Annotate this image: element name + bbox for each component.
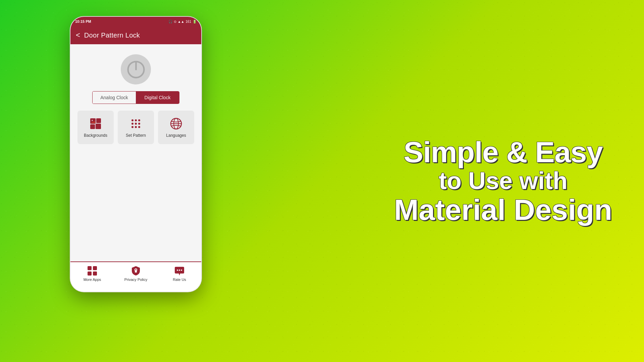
svg-rect-6 [96, 124, 101, 129]
svg-point-15 [138, 123, 140, 125]
backgrounds-label: Backgrounds [84, 133, 107, 138]
svg-point-18 [138, 126, 140, 128]
power-icon-container[interactable] [121, 54, 151, 84]
menu-grid: Backgrounds [76, 111, 196, 144]
svg-point-14 [135, 123, 137, 125]
rate-us-label: Rate Us [173, 278, 186, 282]
set-pattern-button[interactable]: Set Pattern [118, 111, 154, 144]
app-header: < Door Pattern Lock [70, 26, 201, 44]
svg-point-17 [135, 126, 137, 128]
svg-point-13 [131, 123, 133, 125]
svg-point-32 [181, 269, 182, 271]
languages-icon [169, 117, 183, 130]
tagline-section: Simple & Easy to Use with Material Desig… [389, 137, 617, 225]
svg-point-16 [131, 126, 133, 128]
languages-label: Languages [166, 133, 186, 138]
app-body: Analog Clock Digital Clock [70, 44, 201, 261]
more-apps-label: More Apps [84, 278, 101, 282]
status-icons: 🎧 ⊙ ▲▲ 161 🔋 [168, 20, 197, 23]
clock-toggle: Analog Clock Digital Clock [92, 91, 179, 104]
phone-frame: 10:15 PM 🎧 ⊙ ▲▲ 161 🔋 < Door Pattern Loc… [70, 17, 201, 292]
status-time: 10:15 PM [75, 19, 91, 23]
svg-point-30 [177, 269, 178, 271]
backgrounds-icon [89, 117, 102, 130]
app-title: Door Pattern Lock [84, 32, 140, 39]
tagline-line1: Simple & Easy [389, 137, 617, 168]
backgrounds-button[interactable]: Backgrounds [77, 111, 114, 144]
phone-screen: 10:15 PM 🎧 ⊙ ▲▲ 161 🔋 < Door Pattern Loc… [70, 17, 201, 292]
scene: 10:15 PM 🎧 ⊙ ▲▲ 161 🔋 < Door Pattern Loc… [0, 0, 644, 362]
svg-point-10 [131, 119, 133, 121]
phone-wrapper: 10:15 PM 🎧 ⊙ ▲▲ 161 🔋 < Door Pattern Loc… [50, 7, 225, 328]
rate-us-icon [174, 265, 185, 276]
svg-point-9 [92, 120, 93, 121]
tagline-line3: Material Design [389, 194, 617, 225]
privacy-policy-label: Privacy Policy [124, 278, 147, 282]
svg-rect-24 [88, 272, 92, 276]
svg-rect-4 [96, 118, 101, 123]
rate-us-nav-item[interactable]: Rate Us [158, 265, 201, 289]
privacy-policy-icon [130, 265, 141, 276]
more-apps-icon [87, 265, 98, 276]
tagline-line2: to Use with [389, 168, 617, 194]
svg-marker-29 [179, 274, 180, 276]
svg-point-31 [179, 269, 180, 271]
digital-clock-button[interactable]: Digital Clock [136, 92, 179, 104]
languages-button[interactable]: Languages [158, 111, 194, 144]
svg-rect-25 [93, 272, 97, 276]
svg-rect-5 [90, 124, 95, 129]
svg-point-12 [138, 119, 140, 121]
bottom-nav: More Apps Privacy Policy [70, 261, 201, 292]
privacy-policy-nav-item[interactable]: Privacy Policy [114, 265, 158, 289]
svg-point-11 [135, 119, 137, 121]
back-button[interactable]: < [76, 31, 80, 40]
svg-rect-23 [93, 266, 97, 270]
set-pattern-label: Set Pattern [126, 133, 146, 138]
analog-clock-button[interactable]: Analog Clock [93, 92, 136, 104]
power-icon [127, 60, 145, 79]
status-bar: 10:15 PM 🎧 ⊙ ▲▲ 161 🔋 [70, 17, 201, 26]
set-pattern-icon [129, 117, 143, 130]
more-apps-nav-item[interactable]: More Apps [70, 265, 114, 289]
svg-rect-22 [88, 266, 92, 270]
